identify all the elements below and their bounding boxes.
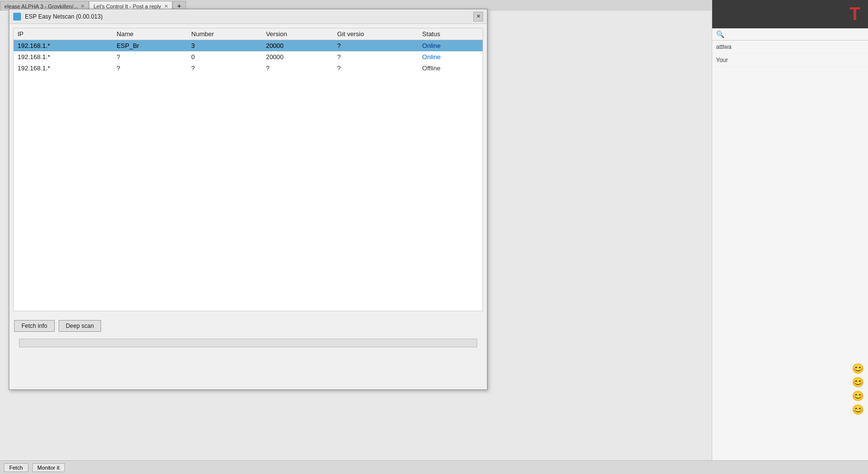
dialog-window: ESP Easy Netscan (0.00.013) ✕ IP Name Nu…	[9, 9, 487, 390]
right-panel-search-row: 🔍	[712, 28, 868, 41]
tab-1-label: elease ALPHA 3 - Grovkillen/...	[4, 3, 78, 9]
emoji-1: 😊	[852, 363, 864, 374]
right-panel-header: T	[712, 0, 868, 28]
search-icon: 🔍	[716, 30, 724, 38]
cell-version: ?	[262, 63, 333, 74]
cell-name: ESP_Br	[113, 40, 188, 52]
cell-git-version: ?	[333, 51, 418, 63]
cell-number: 0	[188, 51, 262, 63]
table-row[interactable]: 192.168.1.* ? ? ? ? Offline	[14, 63, 483, 74]
cell-status: Offline	[418, 63, 483, 74]
progress-area	[9, 337, 487, 349]
tab-1-close[interactable]: ✕	[81, 3, 85, 9]
monitor-button[interactable]: Monitor it	[32, 463, 65, 472]
cell-git-version: ?	[333, 40, 418, 52]
dialog-title: ESP Easy Netscan (0.00.013)	[25, 13, 469, 20]
cell-version: 20000	[262, 51, 333, 63]
col-version: Version	[262, 28, 333, 40]
cell-number: ?	[188, 63, 262, 74]
cell-version: 20000	[262, 40, 333, 52]
device-table-container: IP Name Number Version Git versio Status…	[13, 28, 483, 311]
emoji-4: 😊	[852, 404, 864, 415]
deep-scan-button[interactable]: Deep scan	[59, 320, 101, 332]
emoji-3: 😊	[852, 390, 864, 402]
col-name: Name	[113, 28, 188, 40]
cell-name: ?	[113, 51, 188, 63]
table-header-row: IP Name Number Version Git versio Status	[14, 28, 483, 40]
cell-name: ?	[113, 63, 188, 74]
cell-git-version: ?	[333, 63, 418, 74]
right-panel: T 🔍 attlwa Your 😊 😊 😊 😊	[712, 0, 868, 474]
dialog-titlebar: ESP Easy Netscan (0.00.013) ✕	[9, 9, 487, 24]
col-ip: IP	[14, 28, 113, 40]
device-table: IP Name Number Version Git versio Status…	[14, 28, 483, 74]
cell-ip: 192.168.1.*	[14, 51, 113, 63]
dialog-close-button[interactable]: ✕	[473, 12, 483, 22]
buttons-area: Fetch info Deep scan	[9, 315, 487, 337]
cell-ip: 192.168.1.*	[14, 40, 113, 52]
cell-status: Online	[418, 40, 483, 52]
fetch-button[interactable]: Fetch	[4, 463, 28, 472]
col-status: Status	[418, 28, 483, 40]
dialog-icon	[13, 13, 21, 21]
right-panel-text1: attlwa	[712, 41, 868, 54]
cell-number: 3	[188, 40, 262, 52]
right-panel-letter: T	[846, 2, 864, 26]
right-panel-text2: Your	[712, 54, 868, 67]
col-number: Number	[188, 28, 262, 40]
fetch-info-button[interactable]: Fetch info	[14, 320, 55, 332]
emoji-row: 😊 😊 😊 😊	[852, 363, 864, 415]
cell-status: Online	[418, 51, 483, 63]
cell-ip: 192.168.1.*	[14, 63, 113, 74]
tab-2-close[interactable]: ✕	[164, 3, 168, 9]
emoji-2: 😊	[852, 376, 864, 388]
tab-2-label: Let's Control It - Post a reply	[93, 3, 161, 9]
progress-bar-container	[19, 339, 477, 347]
table-row[interactable]: 192.168.1.* ESP_Br 3 20000 ? Online	[14, 40, 483, 52]
bottom-bar: Fetch Monitor it	[0, 460, 868, 474]
col-git-version: Git versio	[333, 28, 418, 40]
table-row[interactable]: 192.168.1.* ? 0 20000 ? Online	[14, 51, 483, 63]
